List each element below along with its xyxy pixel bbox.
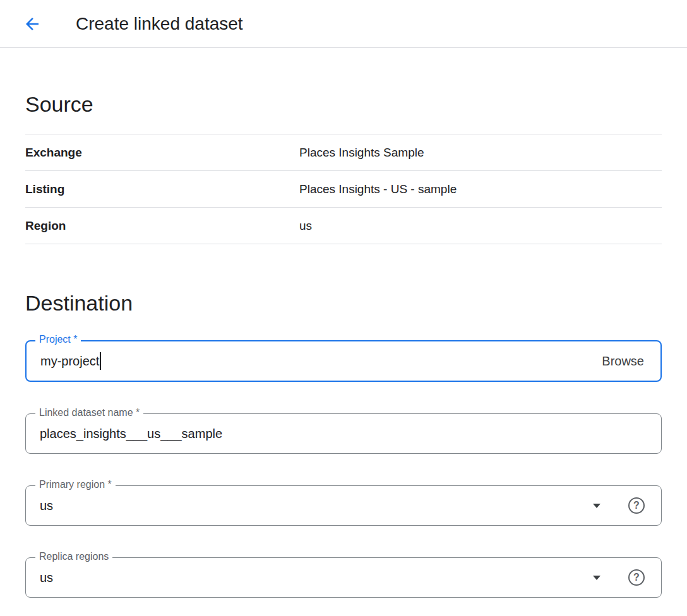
table-row-listing: Listing Places Insights - US - sample (25, 171, 662, 208)
region-value: us (299, 219, 312, 233)
arrow-back-icon (23, 15, 42, 33)
linked-dataset-name-field: Linked dataset name * places_insights___… (25, 413, 662, 454)
primary-region-select[interactable]: us ? (25, 485, 662, 526)
primary-region-label: Primary region * (35, 478, 116, 491)
project-field: Project * my-project Browse (25, 340, 662, 382)
caret-down-icon (593, 504, 600, 508)
replica-regions-field: Replica regions us ? (25, 557, 662, 598)
help-icon[interactable]: ? (628, 497, 645, 514)
replica-regions-label: Replica regions (35, 550, 112, 563)
browse-button[interactable]: Browse (602, 354, 644, 369)
page-header: Create linked dataset (0, 0, 687, 48)
exchange-label: Exchange (25, 146, 299, 160)
project-field-label: Project * (35, 333, 81, 346)
text-cursor (100, 352, 101, 370)
primary-region-field: Primary region * us ? (25, 485, 662, 526)
source-section-heading: Source (25, 91, 662, 117)
replica-regions-select[interactable]: us ? (25, 557, 662, 598)
linked-dataset-name-input[interactable]: places_insights___us___sample (25, 413, 662, 454)
page-title: Create linked dataset (76, 14, 243, 34)
destination-section-heading: Destination (25, 290, 662, 316)
table-row-exchange: Exchange Places Insights Sample (25, 134, 662, 171)
create-linked-dataset-page: Create linked dataset Source Exchange Pl… (0, 0, 687, 616)
project-input-value: my-project (40, 354, 99, 369)
caret-down-icon (593, 576, 600, 580)
project-input[interactable]: my-project Browse (25, 340, 662, 382)
linked-dataset-name-value: places_insights___us___sample (40, 427, 222, 441)
help-icon[interactable]: ? (628, 569, 645, 586)
source-info-table: Exchange Places Insights Sample Listing … (25, 134, 662, 244)
listing-label: Listing (25, 182, 299, 196)
region-label: Region (25, 219, 299, 233)
replica-regions-value: us (40, 571, 53, 585)
back-button[interactable] (21, 13, 43, 35)
table-row-region: Region us (25, 208, 662, 244)
listing-value: Places Insights - US - sample (299, 182, 457, 196)
exchange-value: Places Insights Sample (299, 146, 424, 160)
primary-region-value: us (40, 499, 53, 513)
main-content: Source Exchange Places Insights Sample L… (0, 91, 687, 598)
linked-dataset-name-label: Linked dataset name * (35, 406, 143, 419)
